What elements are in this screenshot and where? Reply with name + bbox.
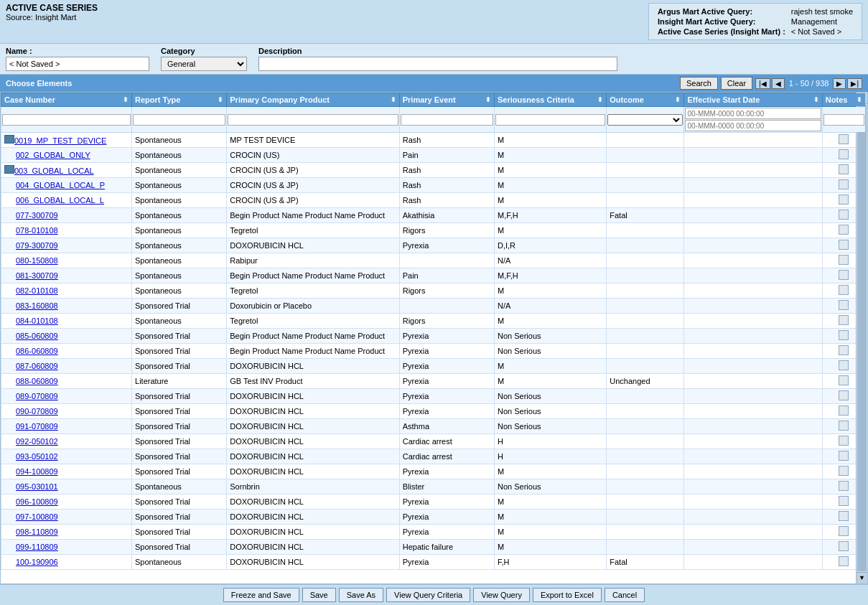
clear-button[interactable]: Clear (721, 77, 752, 90)
sort-eff-date[interactable]: ⬍ (813, 96, 819, 103)
view-query-criteria-button[interactable]: View Query Criteria (386, 588, 470, 602)
case-number-link[interactable]: 081-300709 (16, 271, 58, 280)
save-button[interactable]: Save (302, 588, 336, 602)
table-scroll[interactable]: Case Number⬍ Report Type⬍ Primary Compan… (1, 93, 867, 583)
case-number-link[interactable]: 096-100809 (16, 497, 58, 506)
next-page-button[interactable]: ▶ (833, 78, 846, 89)
sort-report-type[interactable]: ⬍ (218, 96, 223, 103)
case-number-link[interactable]: 098-110809 (16, 527, 58, 536)
primary_product-cell: DOXORUBICIN HCL (227, 540, 399, 555)
note-icon[interactable] (839, 526, 849, 536)
filter-case-number[interactable] (2, 114, 131, 126)
case-number-link[interactable]: 092-050102 (16, 437, 58, 446)
sort-case-number[interactable]: ⬍ (123, 96, 129, 103)
filter-date-to[interactable] (685, 120, 821, 131)
case-number-link[interactable]: 097-100809 (16, 512, 58, 521)
view-query-button[interactable]: View Query (473, 588, 530, 602)
case-number-link[interactable]: 080-150808 (16, 256, 58, 265)
case-number-link[interactable]: 087-060809 (16, 362, 58, 370)
note-icon[interactable] (839, 481, 849, 491)
case-number-link[interactable]: 085-060809 (16, 332, 58, 340)
note-icon[interactable] (839, 421, 849, 431)
filter-outcome[interactable] (607, 114, 683, 126)
note-icon[interactable] (839, 345, 849, 355)
sort-product[interactable]: ⬍ (391, 96, 396, 103)
case-number-link[interactable]: 003_GLOBAL_LOCAL (14, 167, 94, 175)
filter-notes[interactable] (823, 114, 864, 126)
sort-outcome[interactable]: ⬍ (675, 96, 681, 103)
filter-report-type[interactable] (133, 114, 225, 126)
note-icon[interactable] (839, 451, 849, 461)
case-number-link[interactable]: 084-010108 (16, 316, 58, 325)
case-number-link[interactable]: 077-300709 (16, 211, 58, 220)
sort-notes[interactable]: ⬍ (857, 96, 862, 103)
cancel-button[interactable]: Cancel (605, 588, 645, 602)
case-number-link[interactable]: 094-100809 (16, 467, 58, 476)
scroll-down-button[interactable]: ▼ (857, 572, 867, 583)
case-number-cell: 099-110809 (1, 540, 132, 555)
scroll-thumb[interactable] (857, 105, 867, 571)
note-icon[interactable] (839, 496, 849, 506)
sort-event[interactable]: ⬍ (485, 96, 491, 103)
note-icon[interactable] (839, 405, 849, 416)
note-icon[interactable] (839, 466, 849, 476)
note-icon[interactable] (839, 270, 849, 280)
case-number-link[interactable]: 091-070809 (16, 422, 58, 431)
note-icon[interactable] (839, 149, 849, 159)
note-icon[interactable] (839, 300, 849, 310)
note-icon[interactable] (839, 225, 849, 235)
filter-date-from[interactable] (685, 108, 821, 119)
case-number-link[interactable]: 090-070809 (16, 407, 58, 416)
primary_event-cell: Rigors (399, 223, 494, 238)
case-number-link[interactable]: 002_GLOBAL_ONLY (16, 151, 90, 159)
last-page-button[interactable]: ▶| (847, 78, 862, 89)
case-number-link[interactable]: 088-060809 (16, 377, 58, 385)
case-number-link[interactable]: 089-070809 (16, 392, 58, 400)
case-number-link[interactable]: 082-010108 (16, 286, 58, 295)
filter-event[interactable] (401, 114, 493, 126)
case-number-link[interactable]: 086-060809 (16, 347, 58, 355)
note-icon[interactable] (839, 240, 849, 250)
case-number-link[interactable]: 078-010108 (16, 226, 58, 235)
case-number-link[interactable]: 100-190906 (16, 558, 58, 566)
note-icon[interactable] (839, 360, 849, 370)
name-input[interactable] (6, 57, 149, 71)
note-icon[interactable] (839, 556, 849, 566)
note-icon[interactable] (839, 436, 849, 446)
category-select[interactable]: General Custom (161, 57, 247, 71)
note-icon[interactable] (839, 134, 849, 144)
case-number-link[interactable]: 006_GLOBAL_LOCAL_L (16, 196, 104, 205)
note-icon[interactable] (839, 375, 849, 385)
description-input[interactable] (258, 57, 617, 71)
note-icon[interactable] (839, 210, 849, 220)
note-icon[interactable] (839, 330, 849, 340)
prev-page-button[interactable]: ◀ (772, 78, 785, 89)
note-icon[interactable] (839, 179, 849, 189)
freeze-save-button[interactable]: Freeze and Save (223, 588, 299, 602)
note-icon[interactable] (839, 285, 849, 295)
note-icon[interactable] (839, 255, 849, 265)
note-icon[interactable] (839, 194, 849, 205)
case-number-link[interactable]: 0019_MP_TEST_DEVICE (14, 136, 106, 145)
case-number-link[interactable]: 083-160808 (16, 301, 58, 310)
case-number-link[interactable]: 093-050102 (16, 452, 58, 461)
row-action-icon[interactable] (4, 135, 14, 144)
search-button[interactable]: Search (680, 77, 718, 90)
case-number-link[interactable]: 095-030101 (16, 482, 58, 491)
save-as-button[interactable]: Save As (339, 588, 383, 602)
note-icon[interactable] (839, 541, 849, 551)
filter-seriousness[interactable] (495, 114, 605, 126)
scrollbar[interactable]: ▲ ▼ (856, 93, 867, 583)
note-icon[interactable] (839, 315, 849, 325)
sort-seriousness[interactable]: ⬍ (597, 96, 603, 103)
note-icon[interactable] (839, 164, 849, 174)
filter-product[interactable] (228, 114, 398, 126)
case-number-link[interactable]: 099-110809 (16, 543, 58, 551)
case-number-link[interactable]: 004_GLOBAL_LOCAL_P (16, 181, 105, 189)
row-action-icon[interactable] (4, 165, 14, 174)
export-excel-button[interactable]: Export to Excel (533, 588, 602, 602)
note-icon[interactable] (839, 511, 849, 521)
first-page-button[interactable]: |◀ (755, 78, 770, 89)
note-icon[interactable] (839, 390, 849, 400)
case-number-link[interactable]: 079-300709 (16, 241, 58, 250)
